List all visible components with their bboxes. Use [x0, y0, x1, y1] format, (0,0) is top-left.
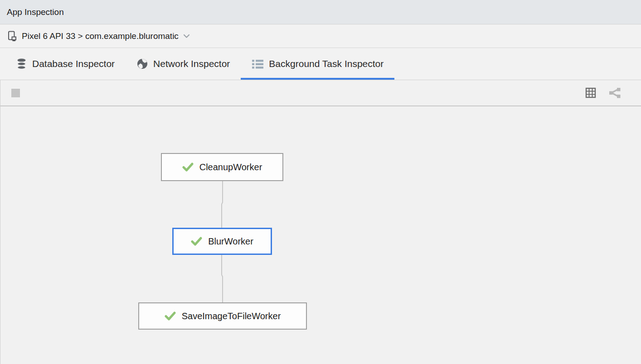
worker-node-label: SaveImageToFileWorker	[182, 311, 281, 321]
process-selector-bar[interactable]: Pixel 6 API 33 > com.example.bluromatic	[0, 24, 641, 48]
worker-node-cleanupworker[interactable]: CleanupWorker	[161, 153, 283, 181]
check-icon	[182, 162, 194, 172]
check-icon	[191, 236, 202, 246]
worker-node-label: CleanupWorker	[199, 162, 262, 172]
chevron-down-icon[interactable]	[183, 34, 190, 38]
graph-view-icon[interactable]	[608, 86, 621, 99]
tab-network-inspector[interactable]: Network Inspector	[126, 48, 241, 80]
list-icon	[252, 58, 264, 70]
tab-background-task-inspector[interactable]: Background Task Inspector	[241, 48, 394, 80]
worker-node-label: BlurWorker	[208, 236, 253, 247]
page-title: App Inspection	[7, 7, 64, 17]
tab-database-inspector[interactable]: Database Inspector	[5, 48, 126, 80]
work-graph-canvas[interactable]: CleanupWorker BlurWorker SaveImageToFile…	[0, 106, 641, 364]
globe-icon	[136, 58, 148, 70]
tab-label: Database Inspector	[32, 58, 115, 69]
database-icon	[16, 58, 27, 70]
table-view-icon[interactable]	[585, 87, 597, 99]
process-selector-label[interactable]: Pixel 6 API 33 > com.example.bluromatic	[22, 31, 179, 41]
inspector-tabs: Database Inspector Network Inspector Bac…	[0, 48, 641, 80]
check-icon	[165, 311, 176, 321]
inspector-toolbar	[0, 80, 641, 106]
stop-icon[interactable]	[11, 89, 20, 97]
worker-node-blurworker[interactable]: BlurWorker	[172, 228, 272, 255]
tab-label: Network Inspector	[153, 58, 230, 69]
worker-edges	[0, 106, 641, 364]
app-inspection-header: App Inspection	[0, 0, 641, 24]
device-phone-icon	[7, 30, 18, 42]
worker-node-saveimagetofileworker[interactable]: SaveImageToFileWorker	[138, 302, 307, 330]
tab-label: Background Task Inspector	[269, 58, 384, 69]
